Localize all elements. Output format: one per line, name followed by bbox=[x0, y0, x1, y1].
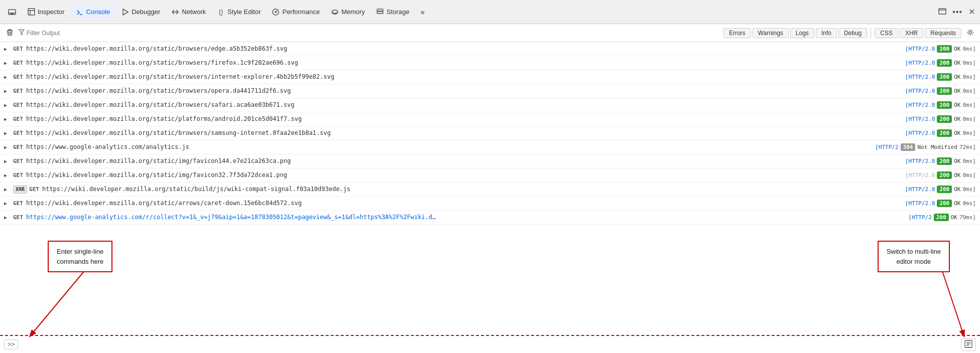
debugger-btn[interactable]: Debugger bbox=[116, 6, 165, 18]
console-label: Console bbox=[86, 8, 110, 16]
style-editor-label: Style Editor bbox=[227, 8, 261, 16]
svg-rect-2 bbox=[11, 13, 14, 15]
expand-arrow: ▶ bbox=[4, 102, 11, 109]
svg-point-9 bbox=[275, 12, 276, 13]
filter-bar: Errors Warnings Logs Info Debug CSS XHR … bbox=[0, 24, 980, 42]
log-area: ▶ GET https://wiki.developer.mozilla.org… bbox=[0, 42, 980, 335]
log-status: [HTTP/2.0 200 OK 0ms] bbox=[905, 45, 976, 53]
expand-console-label: >> bbox=[8, 341, 15, 348]
filter-input-wrap bbox=[19, 29, 720, 37]
storage-label: Storage bbox=[387, 8, 410, 16]
memory-label: Memory bbox=[341, 8, 365, 16]
filter-warnings-btn[interactable]: Warnings bbox=[753, 28, 789, 38]
filter-logs-btn[interactable]: Logs bbox=[790, 28, 814, 38]
expand-arrow: ▶ bbox=[4, 200, 11, 207]
method-get: GET bbox=[13, 200, 23, 207]
log-url: https://wiki.developer.mozilla.org/stati… bbox=[26, 101, 901, 109]
method-get: GET bbox=[13, 157, 23, 165]
expand-console-btn[interactable]: >> bbox=[4, 339, 18, 349]
log-status: [HTTP/2.0 200 OK 0ms] bbox=[905, 59, 976, 67]
expand-arrow: ▶ bbox=[4, 88, 11, 95]
multiline-mode-btn[interactable] bbox=[961, 338, 976, 351]
xhr-badge: XHR bbox=[13, 186, 27, 194]
network-icon bbox=[171, 8, 179, 16]
log-status: [HTTP/2.0 200 OK 0ms] bbox=[905, 171, 976, 179]
storage-btn[interactable]: Storage bbox=[371, 6, 415, 18]
log-row[interactable]: ▶ XHR GET https://wiki.developer.mozilla… bbox=[0, 183, 980, 197]
expand-arrow: ▶ bbox=[4, 144, 11, 151]
command-bar: >> bbox=[0, 335, 980, 353]
log-row[interactable]: ▶ GET https://www.google-analytics.com/r… bbox=[0, 211, 980, 225]
toolbar: Inspector Console Deb bbox=[0, 0, 980, 24]
log-row[interactable]: ▶ GET https://www.google-analytics.com/a… bbox=[0, 140, 980, 154]
log-row[interactable]: ▶ GET https://wiki.developer.mozilla.org… bbox=[0, 197, 980, 211]
log-row[interactable]: ▶ GET https://wiki.developer.mozilla.org… bbox=[0, 84, 980, 98]
network-btn[interactable]: Network bbox=[166, 6, 211, 18]
expand-arrow: ▶ bbox=[4, 214, 11, 221]
log-url: https://wiki.developer.mozilla.org/stati… bbox=[26, 45, 901, 53]
log-row[interactable]: ▶ GET https://wiki.developer.mozilla.org… bbox=[0, 42, 980, 56]
filter-css-btn[interactable]: CSS bbox=[875, 28, 898, 38]
svg-marker-7 bbox=[123, 9, 128, 15]
method-get: GET bbox=[13, 73, 23, 81]
responsive-design-btn[interactable] bbox=[3, 6, 21, 18]
log-row[interactable]: ▶ GET https://wiki.developer.mozilla.org… bbox=[0, 70, 980, 84]
filter-settings-btn[interactable] bbox=[964, 28, 976, 39]
method-get: GET bbox=[13, 143, 23, 151]
log-row[interactable]: ▶ GET https://wiki.developer.mozilla.org… bbox=[0, 56, 980, 70]
performance-btn[interactable]: Performance bbox=[267, 6, 324, 18]
log-row[interactable]: ▶ GET https://wiki.developer.mozilla.org… bbox=[0, 168, 980, 183]
filter-debug-btn[interactable]: Debug bbox=[838, 28, 867, 38]
log-row[interactable]: ▶ GET https://wiki.developer.mozilla.org… bbox=[0, 154, 980, 168]
log-status: [HTTP/2.0 200 OK 0ms] bbox=[905, 101, 976, 109]
svg-rect-13 bbox=[939, 9, 946, 14]
log-row[interactable]: ▶ GET https://wiki.developer.mozilla.org… bbox=[0, 112, 980, 126]
debugger-label: Debugger bbox=[132, 8, 160, 16]
filter-xhr-btn[interactable]: XHR bbox=[900, 28, 923, 38]
log-status: [HTTP/2 304 Not Modified 72ms] bbox=[875, 143, 976, 151]
svg-rect-3 bbox=[28, 9, 35, 15]
expand-arrow: ▶ bbox=[4, 130, 11, 137]
expand-arrow: ▶ bbox=[4, 46, 11, 53]
console-input[interactable] bbox=[21, 341, 958, 348]
expand-arrow: ▶ bbox=[4, 186, 11, 193]
log-url: https://wiki.developer.mozilla.org/stati… bbox=[26, 129, 901, 137]
log-url: https://wiki.developer.mozilla.org/stati… bbox=[26, 171, 901, 180]
filter-input[interactable] bbox=[27, 30, 720, 37]
log-url: https://www.google-analytics.com/r/colle… bbox=[26, 213, 905, 222]
svg-rect-12 bbox=[377, 12, 383, 14]
filter-separator bbox=[871, 28, 871, 38]
filter-errors-btn[interactable]: Errors bbox=[723, 28, 751, 38]
storage-icon bbox=[376, 8, 384, 16]
log-url: https://wiki.developer.mozilla.org/stati… bbox=[26, 59, 901, 67]
clear-console-btn[interactable] bbox=[4, 28, 16, 39]
log-row[interactable]: ▶ GET https://wiki.developer.mozilla.org… bbox=[0, 126, 980, 140]
network-label: Network bbox=[182, 8, 206, 16]
method-get: GET bbox=[13, 115, 23, 123]
undock-btn[interactable] bbox=[936, 5, 948, 19]
log-url: https://wiki.developer.mozilla.org/stati… bbox=[26, 115, 901, 123]
log-status: [HTTP/2.0 200 OK 0ms] bbox=[905, 115, 976, 123]
options-btn[interactable]: ••• bbox=[950, 6, 964, 19]
console-btn[interactable]: Console bbox=[70, 6, 115, 18]
memory-btn[interactable]: Memory bbox=[326, 6, 370, 18]
close-btn[interactable]: ✕ bbox=[966, 5, 977, 19]
more-tools-btn[interactable]: » bbox=[415, 6, 429, 18]
log-url: https://wiki.developer.mozilla.org/stati… bbox=[42, 185, 901, 194]
svg-marker-17 bbox=[19, 30, 24, 35]
expand-arrow: ▶ bbox=[4, 60, 11, 67]
expand-arrow: ▶ bbox=[4, 158, 11, 165]
filter-requests-btn[interactable]: Requests bbox=[925, 28, 961, 38]
expand-arrow: ▶ bbox=[4, 116, 11, 123]
svg-point-18 bbox=[969, 31, 971, 34]
console-icon bbox=[75, 8, 83, 16]
log-url: https://wiki.developer.mozilla.org/stati… bbox=[26, 87, 901, 95]
inspector-btn[interactable]: Inspector bbox=[22, 6, 69, 18]
performance-label: Performance bbox=[282, 8, 319, 16]
memory-icon bbox=[331, 8, 339, 16]
filter-info-btn[interactable]: Info bbox=[816, 28, 837, 38]
log-row[interactable]: ▶ GET https://wiki.developer.mozilla.org… bbox=[0, 98, 980, 112]
responsive-icon bbox=[8, 8, 16, 16]
style-editor-btn[interactable]: {} Style Editor bbox=[212, 6, 266, 18]
more-tools-label: » bbox=[420, 8, 424, 16]
